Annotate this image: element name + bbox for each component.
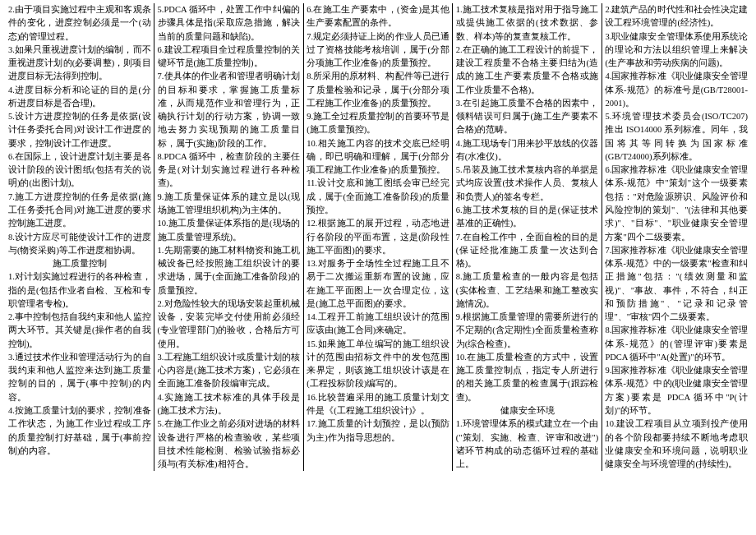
paragraph: 5.设计方进度控制的任务是依据(设计任务委托合同)对设计工作进度的要求，控制设计… bbox=[5, 110, 154, 150]
paragraph: 2.在正确的施工工程设计的前提下，建设工程质量不合格主要归结为(造成的施工生产要… bbox=[453, 44, 602, 97]
paragraph: 4.国家推荐标准《职业健康安全管理体系-规范》的标准号是(GB/T28001-2… bbox=[602, 70, 751, 110]
paragraph: 16.比较普遍采用的施工质量计划文件是《(工程施工组织设计)》。 bbox=[303, 391, 453, 418]
paragraph: 2.对危险性较大的现场安装起重机械设备，安装完毕交付使用前必须经(专业管理部门)… bbox=[154, 297, 304, 351]
paragraph: 10.施工质量保证体系指的是(现场的施工质量管理系统)。 bbox=[154, 217, 304, 244]
paragraph: 7.规定必须持证上岗的作业人员已通过了资格技能考核培训，属于(分部分项施工作业准… bbox=[303, 30, 453, 71]
paragraph: 11.设计交底和施工图纸会审已经完成，属于(全面施工准备阶段)的质量预控。 bbox=[303, 177, 453, 217]
paragraph: 4.实施施工技术标准的具体手段是(施工技术方法)。 bbox=[154, 391, 304, 418]
paragraph: 1.施工技术复核是指对用于指导施工或提供施工依据的(技术数据、参数、样本)等的复… bbox=[453, 3, 602, 44]
paragraph: 2.由于项目实施过程中主观和客观条件的变化，进度控制必须是一个(动态)的管理过程… bbox=[5, 3, 154, 44]
paragraph: 8.国家推荐标准《职业健康安全管理体系-规范》的(管理评审)要素是 PDCA 循… bbox=[602, 324, 751, 364]
paragraph: 3.职业健康安全管理体系使用系统论的理论和方法以组织管理上来解决(生产事故和劳动… bbox=[602, 30, 751, 71]
paragraph: 6.在国际上，设计进度计划主要是各设计阶段的设计图纸(包括有关的说明)的(出图计… bbox=[5, 150, 154, 191]
paragraph: 7.在自检工作中，全面自检的目的是(保证经批准施工质量一次达到合格)。 bbox=[453, 231, 602, 271]
paragraph: 8.所采用的原材料、构配件等已进行了质量检验和记录，属于(分部分项工程施工作业准… bbox=[303, 70, 453, 110]
paragraph: 5.环境管理技术委员会(ISO/TC207)推出 ISO14000 系列标准。同… bbox=[602, 110, 751, 164]
section-heading: 施工质量控制 bbox=[5, 257, 154, 270]
paragraph: 5.在施工作业之前必须对进场的材料设备进行严格的检查验收，某些项目技术性能检测、… bbox=[154, 417, 304, 471]
paragraph: 2.事中控制包括自我约束和他人监控两大环节。其关键是(操作者的自我控制)。 bbox=[5, 311, 154, 351]
section-heading: 健康安全环境 bbox=[453, 404, 602, 417]
paragraph: 1.对计划实施过程进行的各种检查，指的是(包括作业者自检、互检和专职管理者专检)… bbox=[5, 270, 154, 311]
paragraph: 12.根据施工的展开过程，动态地进行各阶段的平面布置，这是(阶段性施工平面图)的… bbox=[303, 217, 453, 257]
paragraph: 4.按施工质量计划的要求，控制准备工作状态，为施工作业过程或工序的质量控制打好基… bbox=[5, 404, 154, 458]
paragraph: 17.施工质量的计划预控，是以(预防为主)作为指导思想的。 bbox=[303, 417, 453, 445]
paragraph: 7.使具体的作业者和管理者明确计划的目标和要求，掌握施工质量标准，从而规范作业和… bbox=[154, 70, 304, 150]
paragraph: 1.环境管理体系的模式建立在一个由("策划、实施、检查、评审和改进")诸环节构成… bbox=[453, 417, 602, 471]
paragraph: 6.国家推荐标准《职业健康安全管理体系-规范》中"策划"这个一级要素包括："对危… bbox=[602, 164, 751, 244]
paragraph: 3.工程施工组织设计或质量计划的核心内容是(施工技术方案)，它必须在全面施工准备… bbox=[154, 351, 304, 391]
paragraph: 9.根据施工质量管理的需要所进行的不定期的(含定期性)全面质量检查称为(综合检查… bbox=[453, 311, 602, 351]
paragraph: 13.对服务于全场性全过程施工且不易于二次搬运重新布置的设施，应在施工平面图上一… bbox=[303, 257, 453, 311]
paragraph: 2.建筑产品的时代性和社会性决定建设工程环境管理的(经济性)。 bbox=[602, 3, 751, 30]
paragraph: 7.国家推荐标准《职业健康安全管理体系-规范》中的一级要素"检查和纠正措施"包括… bbox=[602, 244, 751, 325]
paragraph: 5.吊装及施工技术复核内容的单据是式均应设置(技术操作人员、复核人和负责人)的签… bbox=[453, 164, 602, 204]
paragraph: 9.国家推荐标准《职业健康安全管理体系-规范》中的(职业健康安全管理方案)要素是… bbox=[602, 364, 751, 417]
paragraph: 10.相关施工内容的技术交底已经明确，即已明确和理解，属于(分部分项工程施工作业… bbox=[303, 137, 453, 178]
paragraph: 4.施工现场专门用来抄平放线的仪器有(水准仪)。 bbox=[453, 137, 602, 164]
paragraph: 8.设计方应尽可能使设计工作的进度与(物资采购)等工作进度相协调。 bbox=[5, 231, 154, 258]
paragraph: 3.通过技术作业和管理活动行为的自我约束和他人监控来达到施工质量控制的目的，属于… bbox=[5, 351, 154, 404]
document-columns: 2.由于项目实施过程中主观和客观条件的变化，进度控制必须是一个(动态)的管理过程… bbox=[5, 3, 751, 471]
paragraph: 6.施工技术复核的目的是(保证技术基准的正确性)。 bbox=[453, 204, 602, 231]
paragraph: 3.如果只重视进度计划的编制，而不重视进度计划的(必要调整)，则项目进度目标无法… bbox=[5, 44, 154, 84]
paragraph: 7.施工方进度控制的任务是依据(施工任务委托合同)对施工进度的要求控制施工进度。 bbox=[5, 191, 154, 231]
paragraph: 10.在施工质量检查的方式中，设置施工质量控制点，指定专人所进行的相关施工质量的… bbox=[453, 351, 602, 404]
paragraph: 6.建设工程项目全过程质量控制的关键环节是(施工质量控制)。 bbox=[154, 44, 304, 71]
paragraph: 9.施工质量保证体系的建立是以(现场施工管理组织机构)为主体的。 bbox=[154, 191, 304, 218]
paragraph: 5.PDCA 循环中，处置工作中纠偏的步骤具体是指(采取应急措施，解决当前的质量… bbox=[154, 3, 304, 44]
paragraph: 15.如果施工单位编写的施工组织设计的范围由招标文件中的发包范围来界定，则该施工… bbox=[303, 338, 453, 391]
paragraph: 8.施工质量检查的一般内容是包括(实体检查、工艺结果和施工整改实施情况)。 bbox=[453, 270, 602, 311]
paragraph: 6.在施工生产要素中，(资金)是其他生产要素配置的条件。 bbox=[303, 3, 453, 30]
paragraph: 3.在引起施工质量不合格的因素中，领料错误可归属于(施工生产要素不合格)的范畴。 bbox=[453, 97, 602, 137]
paragraph: 10.建设工程项目从立项到投产使用的各个阶段都要持续不断地考虑职业健康安全和环境… bbox=[602, 417, 751, 471]
paragraph: 8.PDCA 循环中，检查阶段的主要任务是(对计划实施过程进行各种检查)。 bbox=[154, 150, 304, 191]
paragraph: 14.工程开工前施工组织设计的范围应该由(施工合同)来确定。 bbox=[303, 311, 453, 338]
paragraph: 1.先期需要的施工材料物资和施工机械设备已经按照施工组织设计的要求进场，属于(全… bbox=[154, 244, 304, 297]
paragraph: 9.施工全过程质量控制的首要环节是(施工质量预控)。 bbox=[303, 110, 453, 137]
paragraph: 4.进度目标分析和论证的目的是(分析进度目标是否合理)。 bbox=[5, 84, 154, 111]
